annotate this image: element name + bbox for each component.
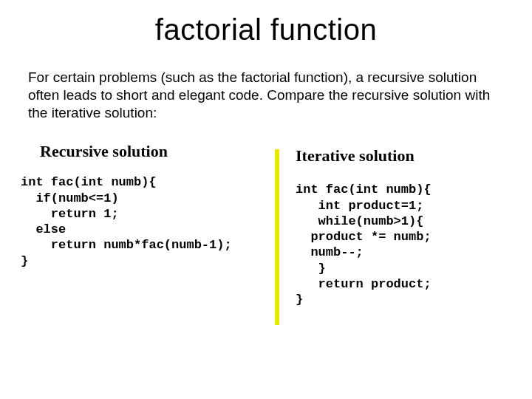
code-iterative: int fac(int numb){ int product=1; while(…	[296, 182, 532, 307]
column-recursive: Recursive solution int fac(int numb){ if…	[0, 142, 275, 325]
heading-recursive: Recursive solution	[40, 142, 275, 161]
slide-title: factorial function	[0, 13, 532, 47]
column-iterative: Iterative solution int fac(int numb){ in…	[279, 142, 532, 325]
two-column-layout: Recursive solution int fac(int numb){ if…	[0, 142, 532, 325]
intro-paragraph: For certain problems (such as the factor…	[28, 69, 504, 121]
heading-iterative: Iterative solution	[296, 146, 532, 166]
code-recursive: int fac(int numb){ if(numb<=1) return 1;…	[21, 174, 275, 269]
